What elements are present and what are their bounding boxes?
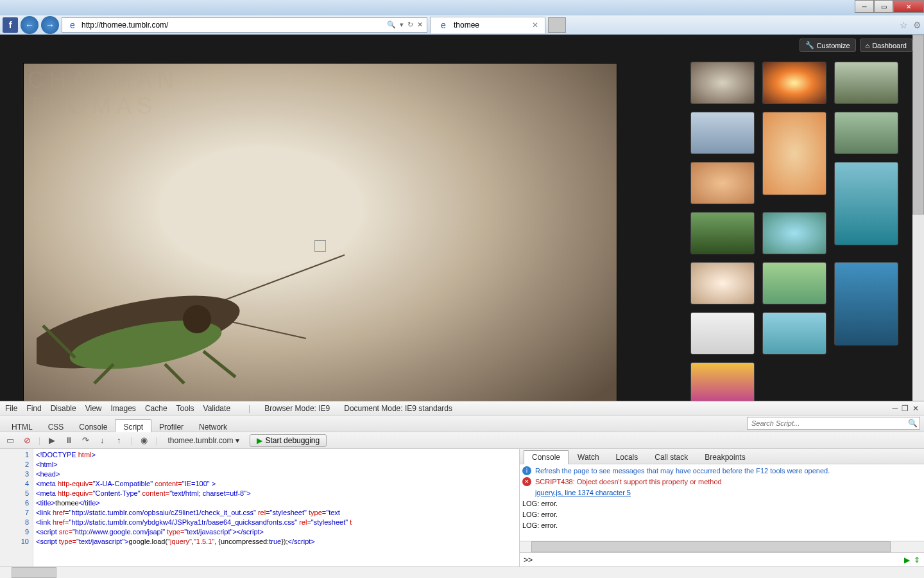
grasshopper-illustration bbox=[37, 249, 357, 390]
menu-disable[interactable]: Disable bbox=[51, 404, 76, 413]
window-minimize-button[interactable]: ─ bbox=[855, 0, 874, 13]
thumbnail[interactable] bbox=[690, 62, 755, 104]
watermark: CHAPMAN THOMAS bbox=[28, 67, 179, 118]
new-tab-button[interactable] bbox=[548, 17, 566, 33]
console-output[interactable]: i Refresh the page to see messages that … bbox=[520, 464, 924, 541]
devtools-toolbar: ▭ ⊘ | ▶ ⏸ ↷ ↓ ↑ | ◉ | thomee.tumblr.com … bbox=[0, 432, 924, 449]
menu-validate[interactable]: Validate bbox=[203, 404, 230, 413]
customize-button[interactable]: 🔧Customize bbox=[800, 39, 856, 52]
pause-icon[interactable]: ⏸ bbox=[64, 435, 74, 446]
svg-point-4 bbox=[183, 305, 211, 333]
ie-icon: e bbox=[66, 19, 79, 31]
thumbnail[interactable] bbox=[762, 312, 826, 355]
tab-close-icon[interactable]: ✕ bbox=[532, 21, 538, 30]
console-info-msg: Refresh the page to see messages that ma… bbox=[535, 466, 830, 477]
settings-gear-icon[interactable]: ⚙ bbox=[913, 20, 921, 30]
clear-icon[interactable]: ⊘ bbox=[22, 435, 32, 446]
page-content: 🔧Customize ⌂Dashboard CHAPMAN THOMAS bbox=[0, 35, 924, 401]
console-input[interactable]: >> ▶ ⇕ bbox=[520, 552, 924, 566]
thumbnail[interactable] bbox=[762, 212, 826, 254]
thumbnail[interactable] bbox=[690, 162, 755, 204]
console-error-msg: SCRIPT438: Object doesn't support this p… bbox=[535, 477, 722, 487]
search-icon[interactable]: 🔍 bbox=[387, 21, 396, 29]
error-icon: ✕ bbox=[522, 477, 531, 486]
break-icon[interactable]: ◉ bbox=[139, 435, 149, 446]
page-scrollbar[interactable] bbox=[912, 35, 924, 401]
menu-file[interactable]: File bbox=[5, 404, 17, 413]
run-icon[interactable]: ▶ bbox=[904, 556, 910, 565]
thumbnail[interactable] bbox=[762, 262, 826, 304]
step-out-icon[interactable]: ↑ bbox=[114, 435, 124, 446]
thumbnail[interactable] bbox=[834, 112, 898, 154]
refresh-icon[interactable]: ↻ bbox=[407, 21, 413, 29]
right-tab-breakpoints[interactable]: Breakpoints bbox=[697, 451, 753, 464]
code-hscrollbar[interactable] bbox=[0, 566, 924, 578]
dropdown-icon[interactable]: ▾ bbox=[400, 21, 404, 29]
step-into-icon[interactable]: ↓ bbox=[97, 435, 107, 446]
console-prompt: >> bbox=[524, 556, 533, 565]
menu-view[interactable]: View bbox=[85, 404, 102, 413]
thumbnail[interactable] bbox=[690, 262, 755, 304]
main-photo[interactable]: CHAPMAN THOMAS bbox=[23, 63, 617, 401]
menu-cache[interactable]: Cache bbox=[145, 404, 167, 413]
devtools-panel: FileFindDisableViewImagesCacheToolsValid… bbox=[0, 401, 924, 578]
forward-button[interactable]: → bbox=[41, 16, 59, 34]
code-lines[interactable]: <!DOCTYPE html><html><head><meta http-eq… bbox=[33, 449, 519, 566]
address-bar[interactable]: e 🔍 ▾ ↻ ✕ bbox=[62, 17, 427, 33]
window-titlebar: ─ ▭ ✕ bbox=[0, 0, 924, 15]
script-file-dropdown[interactable]: thomee.tumblr.com ▾ bbox=[164, 436, 243, 445]
menu-find[interactable]: Find bbox=[26, 404, 41, 413]
back-button[interactable]: ← bbox=[21, 16, 38, 34]
console-tabs: ConsoleWatchLocalsCall stackBreakpoints bbox=[520, 449, 924, 464]
right-tab-locals[interactable]: Locals bbox=[608, 451, 646, 464]
select-element-icon[interactable]: ▭ bbox=[5, 435, 15, 446]
thumbnail[interactable] bbox=[690, 362, 755, 401]
stop-icon[interactable]: ✕ bbox=[417, 21, 423, 29]
right-tab-console[interactable]: Console bbox=[524, 450, 569, 464]
tab-favicon: e bbox=[437, 19, 450, 31]
thumbnail[interactable] bbox=[690, 112, 755, 154]
browser-toolbar: f ← → e 🔍 ▾ ↻ ✕ e thomee ✕ ☆ ⚙ bbox=[0, 15, 924, 35]
facebook-icon[interactable]: f bbox=[3, 17, 18, 33]
line-number-gutter: 12345678910 bbox=[0, 449, 33, 566]
console-hscrollbar[interactable] bbox=[520, 541, 924, 552]
devtools-close-icon[interactable]: ✕ bbox=[912, 404, 919, 413]
expand-icon[interactable]: ⇕ bbox=[914, 556, 920, 565]
tab-title: thomee bbox=[454, 21, 479, 30]
window-maximize-button[interactable]: ▭ bbox=[874, 0, 893, 13]
search-script-input[interactable] bbox=[747, 417, 920, 430]
console-log-line: LOG: error. bbox=[522, 498, 921, 509]
menu-images[interactable]: Images bbox=[111, 404, 136, 413]
thumbnail[interactable] bbox=[834, 262, 898, 346]
scrollbar-thumb[interactable] bbox=[912, 35, 924, 215]
source-code-pane[interactable]: 12345678910 <!DOCTYPE html><html><head><… bbox=[0, 449, 520, 566]
menu-tools[interactable]: Tools bbox=[176, 404, 194, 413]
start-debugging-button[interactable]: ▶ Start debugging bbox=[250, 434, 327, 447]
console-log-line: LOG: error. bbox=[522, 509, 921, 520]
devtools-undock-icon[interactable]: ❐ bbox=[902, 404, 909, 413]
favorites-icon[interactable]: ☆ bbox=[900, 20, 908, 30]
browser-tab[interactable]: e thomee ✕ bbox=[430, 17, 545, 33]
search-icon[interactable]: 🔍 bbox=[908, 419, 918, 428]
devtools-minimize-icon[interactable]: ─ bbox=[892, 404, 898, 413]
right-tab-watch[interactable]: Watch bbox=[570, 451, 607, 464]
url-input[interactable] bbox=[81, 21, 384, 30]
right-tab-call-stack[interactable]: Call stack bbox=[647, 451, 696, 464]
browser-mode-label: Browser Mode: IE9 bbox=[264, 404, 330, 413]
document-mode-label: Document Mode: IE9 standards bbox=[344, 404, 452, 413]
wrench-icon: 🔧 bbox=[805, 41, 814, 49]
thumbnail[interactable] bbox=[690, 312, 755, 355]
dashboard-button[interactable]: ⌂Dashboard bbox=[860, 39, 912, 52]
center-badge-icon bbox=[314, 240, 326, 252]
play-icon: ▶ bbox=[257, 436, 262, 445]
play-icon[interactable]: ▶ bbox=[47, 435, 57, 446]
error-source-link[interactable]: jquery.js, line 1374 character 5 bbox=[535, 487, 921, 498]
window-close-button[interactable]: ✕ bbox=[893, 0, 924, 13]
thumbnail[interactable] bbox=[834, 162, 898, 245]
thumbnail[interactable] bbox=[690, 212, 755, 254]
thumbnail[interactable] bbox=[834, 62, 898, 104]
thumbnail[interactable] bbox=[762, 112, 826, 195]
thumbnail-grid bbox=[690, 62, 898, 401]
step-over-icon[interactable]: ↷ bbox=[80, 435, 90, 446]
thumbnail[interactable] bbox=[762, 62, 826, 104]
